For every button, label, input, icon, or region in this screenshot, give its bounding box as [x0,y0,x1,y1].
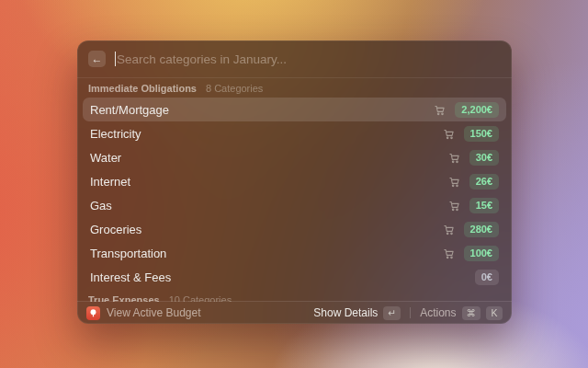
section-name: Immediate Obligations [88,84,197,94]
shopping-cart-icon [443,224,455,236]
category-row[interactable]: Electricity 150€ [83,121,506,145]
footer-bar: View Active Budget Show Details ↵ Action… [77,301,512,324]
back-arrow-icon: ← [92,52,103,65]
category-accessories: 15€ [448,198,499,213]
category-accessories: 150€ [443,126,499,142]
tree-icon [88,308,98,318]
shopping-cart-icon [448,176,460,188]
section-header: True Expenses10 Categories [83,289,506,302]
search-bar: ← [77,40,512,78]
category-row[interactable]: Interest & Fees 0€ [83,265,506,289]
category-name: Interest & Fees [90,270,171,284]
amount-badge: 280€ [464,222,499,237]
section-count: 8 Categories [206,84,263,94]
category-accessories: 280€ [443,222,499,237]
category-row[interactable]: Water 30€ [83,145,506,169]
category-name: Transportation [90,247,166,260]
category-name: Gas [90,199,112,213]
category-row[interactable]: Internet 26€ [83,169,506,193]
category-row[interactable]: Gas 15€ [83,193,506,217]
category-row[interactable]: Rent/Mortgage 2,200€ [83,98,506,121]
footer-actions: Show Details ↵ Actions ⌘ K [313,306,503,320]
category-name: Groceries [90,223,141,236]
command-key-icon: ⌘ [462,306,481,320]
category-accessories: 30€ [448,150,499,166]
amount-badge: 0€ [475,270,499,285]
section-header: Immediate Obligations8 Categories [83,77,506,98]
k-key-icon: K [486,306,503,320]
footer-divider [410,307,411,318]
actions-button[interactable]: Actions ⌘ K [420,306,503,320]
amount-badge: 2,200€ [455,102,499,118]
amount-badge: 15€ [469,198,499,213]
search-input[interactable] [117,52,501,66]
shopping-cart-icon [448,152,460,164]
category-name: Electricity [90,127,141,141]
back-button[interactable]: ← [88,51,106,67]
category-list: Immediate Obligations8 Categories Rent/M… [77,77,512,302]
category-name: Rent/Mortgage [90,103,169,117]
return-key-icon: ↵ [383,306,401,320]
shopping-cart-icon [448,200,460,212]
show-details-label: Show Details [313,306,378,319]
ynab-app-icon [86,306,100,320]
amount-badge: 100€ [464,246,499,261]
shopping-cart-icon [443,247,455,259]
shopping-cart-icon [443,128,455,140]
category-accessories: 100€ [443,246,499,261]
category-accessories: 26€ [448,174,499,190]
command-palette-window: ← Immediate Obligations8 Categories Rent… [77,40,512,324]
category-name: Water [90,151,121,165]
category-name: Internet [90,175,130,189]
show-details-button[interactable]: Show Details ↵ [313,306,401,320]
category-row[interactable]: Transportation 100€ [83,241,506,265]
footer-app-label: View Active Budget [107,306,201,319]
amount-badge: 26€ [469,174,499,190]
category-row[interactable]: Groceries 280€ [83,217,506,241]
shopping-cart-icon [434,104,446,116]
actions-label: Actions [420,306,456,319]
category-accessories: 0€ [475,270,499,285]
text-cursor [115,52,116,66]
category-accessories: 2,200€ [434,102,499,118]
amount-badge: 150€ [464,126,499,142]
amount-badge: 30€ [469,150,499,166]
